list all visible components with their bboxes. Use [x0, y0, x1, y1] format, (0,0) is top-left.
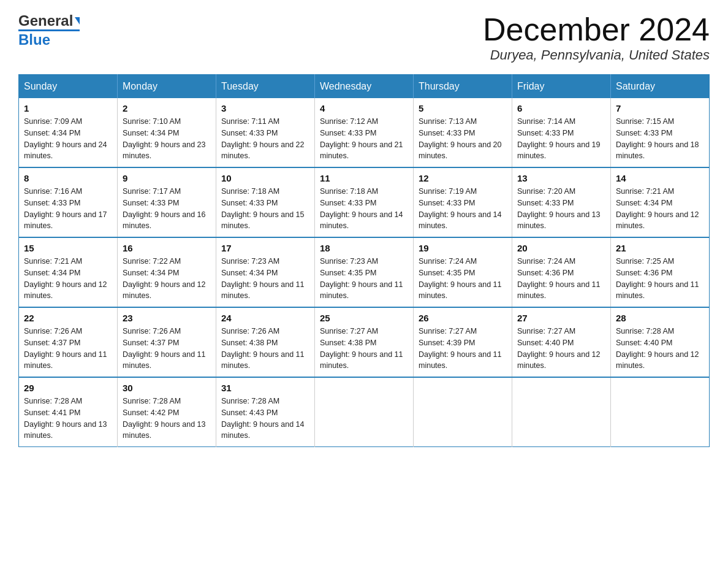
- day-info: Sunrise: 7:23 AMSunset: 4:35 PMDaylight:…: [320, 256, 408, 302]
- day-number: 10: [221, 173, 309, 183]
- calendar-day-cell: 16Sunrise: 7:22 AMSunset: 4:34 PMDayligh…: [118, 237, 216, 307]
- day-number: 4: [320, 103, 408, 113]
- day-number: 5: [419, 103, 507, 113]
- day-number: 13: [517, 173, 605, 183]
- day-info: Sunrise: 7:16 AMSunset: 4:33 PMDaylight:…: [24, 186, 112, 232]
- calendar-day-cell: 28Sunrise: 7:28 AMSunset: 4:40 PMDayligh…: [611, 307, 710, 377]
- calendar-day-cell: 9Sunrise: 7:17 AMSunset: 4:33 PMDaylight…: [118, 167, 216, 237]
- calendar-header-row: SundayMondayTuesdayWednesdayThursdayFrid…: [19, 75, 710, 99]
- day-info: Sunrise: 7:17 AMSunset: 4:33 PMDaylight:…: [123, 186, 211, 232]
- day-info: Sunrise: 7:10 AMSunset: 4:34 PMDaylight:…: [123, 116, 211, 162]
- day-number: 11: [320, 173, 408, 183]
- day-info: Sunrise: 7:21 AMSunset: 4:34 PMDaylight:…: [24, 256, 112, 302]
- day-number: 12: [419, 173, 507, 183]
- day-number: 27: [517, 313, 605, 323]
- calendar-table: SundayMondayTuesdayWednesdayThursdayFrid…: [18, 74, 710, 447]
- day-info: Sunrise: 7:09 AMSunset: 4:34 PMDaylight:…: [24, 116, 112, 162]
- day-info: Sunrise: 7:14 AMSunset: 4:33 PMDaylight:…: [517, 116, 605, 162]
- calendar-day-cell: 15Sunrise: 7:21 AMSunset: 4:34 PMDayligh…: [19, 237, 118, 307]
- day-number: 14: [616, 173, 704, 183]
- day-info: Sunrise: 7:19 AMSunset: 4:33 PMDaylight:…: [419, 186, 507, 232]
- location-subtitle: Duryea, Pennsylvania, United States: [483, 47, 710, 63]
- calendar-day-cell: 29Sunrise: 7:28 AMSunset: 4:41 PMDayligh…: [19, 377, 118, 447]
- calendar-day-cell: 24Sunrise: 7:26 AMSunset: 4:38 PMDayligh…: [216, 307, 315, 377]
- day-number: 19: [419, 243, 507, 253]
- calendar-week-row: 1Sunrise: 7:09 AMSunset: 4:34 PMDaylight…: [19, 98, 710, 167]
- calendar-day-cell: 14Sunrise: 7:21 AMSunset: 4:34 PMDayligh…: [611, 167, 710, 237]
- day-number: 20: [517, 243, 605, 253]
- day-number: 15: [24, 243, 112, 253]
- calendar-day-cell: 5Sunrise: 7:13 AMSunset: 4:33 PMDaylight…: [414, 98, 512, 167]
- calendar-day-cell: 27Sunrise: 7:27 AMSunset: 4:40 PMDayligh…: [512, 307, 611, 377]
- day-info: Sunrise: 7:12 AMSunset: 4:33 PMDaylight:…: [320, 116, 408, 162]
- day-number: 16: [123, 243, 211, 253]
- day-number: 28: [616, 313, 704, 323]
- day-info: Sunrise: 7:22 AMSunset: 4:34 PMDaylight:…: [123, 256, 211, 302]
- calendar-day-cell: 6Sunrise: 7:14 AMSunset: 4:33 PMDaylight…: [512, 98, 611, 167]
- day-info: Sunrise: 7:20 AMSunset: 4:33 PMDaylight:…: [517, 186, 605, 232]
- calendar-day-cell: 3Sunrise: 7:11 AMSunset: 4:33 PMDaylight…: [216, 98, 315, 167]
- day-number: 2: [123, 103, 211, 113]
- calendar-day-cell: 13Sunrise: 7:20 AMSunset: 4:33 PMDayligh…: [512, 167, 611, 237]
- day-info: Sunrise: 7:28 AMSunset: 4:40 PMDaylight:…: [616, 326, 704, 372]
- calendar-day-cell: 10Sunrise: 7:18 AMSunset: 4:33 PMDayligh…: [216, 167, 315, 237]
- day-info: Sunrise: 7:23 AMSunset: 4:34 PMDaylight:…: [221, 256, 309, 302]
- calendar-day-cell: 11Sunrise: 7:18 AMSunset: 4:33 PMDayligh…: [315, 167, 414, 237]
- day-number: 29: [24, 383, 112, 393]
- day-number: 22: [24, 313, 112, 323]
- day-number: 7: [616, 103, 704, 113]
- day-number: 9: [123, 173, 211, 183]
- day-info: Sunrise: 7:18 AMSunset: 4:33 PMDaylight:…: [320, 186, 408, 232]
- day-info: Sunrise: 7:28 AMSunset: 4:43 PMDaylight:…: [221, 396, 309, 442]
- calendar-day-cell: 2Sunrise: 7:10 AMSunset: 4:34 PMDaylight…: [118, 98, 216, 167]
- day-info: Sunrise: 7:24 AMSunset: 4:35 PMDaylight:…: [419, 256, 507, 302]
- calendar-day-cell: 8Sunrise: 7:16 AMSunset: 4:33 PMDaylight…: [19, 167, 118, 237]
- calendar-day-cell: 20Sunrise: 7:24 AMSunset: 4:36 PMDayligh…: [512, 237, 611, 307]
- calendar-day-cell: [512, 377, 611, 447]
- calendar-day-cell: 25Sunrise: 7:27 AMSunset: 4:38 PMDayligh…: [315, 307, 414, 377]
- month-title: December 2024: [483, 12, 710, 47]
- calendar-day-cell: 21Sunrise: 7:25 AMSunset: 4:36 PMDayligh…: [611, 237, 710, 307]
- calendar-day-cell: 17Sunrise: 7:23 AMSunset: 4:34 PMDayligh…: [216, 237, 315, 307]
- day-number: 23: [123, 313, 211, 323]
- day-info: Sunrise: 7:28 AMSunset: 4:42 PMDaylight:…: [123, 396, 211, 442]
- calendar-header-thursday: Thursday: [414, 75, 512, 99]
- day-info: Sunrise: 7:24 AMSunset: 4:36 PMDaylight:…: [517, 256, 605, 302]
- calendar-header-sunday: Sunday: [19, 75, 118, 99]
- day-info: Sunrise: 7:28 AMSunset: 4:41 PMDaylight:…: [24, 396, 112, 442]
- day-number: 8: [24, 173, 112, 183]
- logo-blue-text: Blue: [18, 29, 80, 48]
- title-section: December 2024 Duryea, Pennsylvania, Unit…: [483, 12, 710, 63]
- day-info: Sunrise: 7:27 AMSunset: 4:40 PMDaylight:…: [517, 326, 605, 372]
- logo: General Blue: [18, 12, 80, 48]
- day-number: 26: [419, 313, 507, 323]
- day-number: 1: [24, 103, 112, 113]
- logo-arrow-icon: [75, 17, 80, 25]
- calendar-header-saturday: Saturday: [611, 75, 710, 99]
- day-number: 21: [616, 243, 704, 253]
- day-info: Sunrise: 7:27 AMSunset: 4:38 PMDaylight:…: [320, 326, 408, 372]
- day-number: 25: [320, 313, 408, 323]
- day-number: 6: [517, 103, 605, 113]
- calendar-day-cell: 30Sunrise: 7:28 AMSunset: 4:42 PMDayligh…: [118, 377, 216, 447]
- calendar-day-cell: 31Sunrise: 7:28 AMSunset: 4:43 PMDayligh…: [216, 377, 315, 447]
- day-number: 30: [123, 383, 211, 393]
- day-number: 18: [320, 243, 408, 253]
- day-number: 3: [221, 103, 309, 113]
- calendar-day-cell: [315, 377, 414, 447]
- calendar-week-row: 22Sunrise: 7:26 AMSunset: 4:37 PMDayligh…: [19, 307, 710, 377]
- calendar-day-cell: 12Sunrise: 7:19 AMSunset: 4:33 PMDayligh…: [414, 167, 512, 237]
- calendar-day-cell: [611, 377, 710, 447]
- calendar-day-cell: 4Sunrise: 7:12 AMSunset: 4:33 PMDaylight…: [315, 98, 414, 167]
- calendar-day-cell: 19Sunrise: 7:24 AMSunset: 4:35 PMDayligh…: [414, 237, 512, 307]
- day-info: Sunrise: 7:11 AMSunset: 4:33 PMDaylight:…: [221, 116, 309, 162]
- calendar-week-row: 29Sunrise: 7:28 AMSunset: 4:41 PMDayligh…: [19, 377, 710, 447]
- calendar-week-row: 15Sunrise: 7:21 AMSunset: 4:34 PMDayligh…: [19, 237, 710, 307]
- calendar-day-cell: 26Sunrise: 7:27 AMSunset: 4:39 PMDayligh…: [414, 307, 512, 377]
- calendar-header-friday: Friday: [512, 75, 611, 99]
- calendar-day-cell: 7Sunrise: 7:15 AMSunset: 4:33 PMDaylight…: [611, 98, 710, 167]
- day-info: Sunrise: 7:26 AMSunset: 4:37 PMDaylight:…: [123, 326, 211, 372]
- day-info: Sunrise: 7:26 AMSunset: 4:38 PMDaylight:…: [221, 326, 309, 372]
- day-info: Sunrise: 7:13 AMSunset: 4:33 PMDaylight:…: [419, 116, 507, 162]
- day-number: 24: [221, 313, 309, 323]
